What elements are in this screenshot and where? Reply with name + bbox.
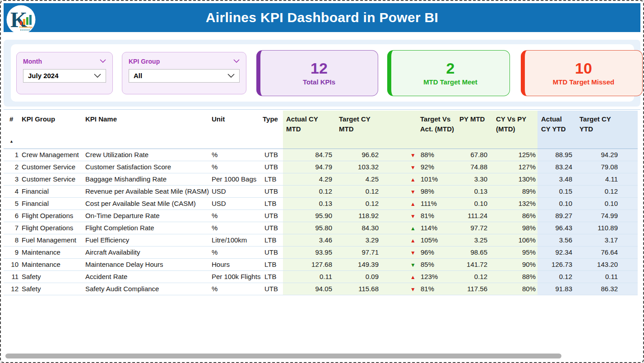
target-vs-act-mtd-cell: ▼98% bbox=[382, 185, 455, 197]
actual-cy-mtd-cell: 3.46 bbox=[283, 234, 336, 246]
column-header-index[interactable]: # ▲ bbox=[4, 111, 20, 149]
trend-down-icon: ▼ bbox=[410, 213, 417, 219]
table-row[interactable]: 5FinancialCost per Available Seat Mile (… bbox=[4, 197, 638, 209]
trend-up-icon: ▲ bbox=[410, 177, 417, 183]
actual-cy-mtd-cell: 93.95 bbox=[283, 246, 336, 258]
horizontal-scrollbar[interactable] bbox=[5, 354, 561, 358]
type-cell: LTB bbox=[263, 258, 283, 270]
chevron-down-icon[interactable] bbox=[233, 59, 240, 63]
row-number-cell: 5 bbox=[4, 197, 20, 209]
column-header-kpi-group[interactable]: KPI Group bbox=[20, 111, 83, 149]
table-row[interactable]: 11SafetyAccident RatePer 100k FlightsLTB… bbox=[4, 270, 638, 283]
actual-cy-ytd-cell: 0.12 bbox=[537, 270, 576, 283]
trend-up-icon: ▲ bbox=[410, 201, 417, 207]
target-vs-act-mtd-cell: ▼81% bbox=[382, 209, 455, 222]
table-row[interactable]: 4FinancialRevenue per Available Seat Mil… bbox=[4, 185, 638, 197]
actual-cy-mtd-cell: 94.79 bbox=[283, 161, 336, 173]
target-vs-act-value: 81% bbox=[421, 212, 434, 219]
target-vs-act-value: 101% bbox=[421, 175, 438, 183]
kpi-name-cell: Baggage Mishandling Rate bbox=[83, 173, 210, 185]
unit-cell: Hours bbox=[210, 258, 263, 270]
mtd-target-meet-card: 2 MTD Target Meet bbox=[387, 50, 510, 96]
type-cell: LTB bbox=[263, 197, 283, 209]
type-cell: UTB bbox=[263, 246, 283, 258]
kpi-group-cell: Safety bbox=[20, 270, 83, 283]
unit-cell: % bbox=[210, 283, 263, 295]
actual-cy-ytd-cell: 0.15 bbox=[537, 185, 576, 197]
row-number-cell: 8 bbox=[4, 234, 20, 246]
column-header-type[interactable]: Type bbox=[263, 111, 283, 149]
column-header-cy-vs-py-mtd[interactable]: CY Vs PY (MTD) bbox=[491, 111, 537, 149]
kpi-group-filter-card: KPI Group All bbox=[122, 52, 246, 94]
kpi-group-select[interactable]: All bbox=[129, 69, 240, 83]
column-header-unit[interactable]: Unit bbox=[210, 111, 263, 149]
kpi-group-cell: Maintenance bbox=[20, 246, 83, 258]
kpi-group-cell: Customer Service bbox=[20, 161, 83, 173]
target-cy-ytd-cell: 76.64 bbox=[576, 246, 638, 258]
target-cy-ytd-cell: 86.32 bbox=[576, 283, 638, 295]
actual-cy-mtd-cell: 95.90 bbox=[283, 209, 336, 222]
column-header-target-vs-act-mtd[interactable]: Target Vs Act. (MTD) bbox=[382, 111, 455, 149]
target-cy-mtd-cell: 96.62 bbox=[336, 149, 382, 161]
table-row[interactable]: 7Flight OperationsFlight Completion Rate… bbox=[4, 222, 638, 234]
target-vs-act-value: 105% bbox=[421, 236, 438, 244]
cy-vs-py-mtd-cell: 98% bbox=[491, 222, 537, 234]
dashboard-frame: K Knowledge ★★★★★ Airlines KPI Dashboard… bbox=[0, 0, 644, 363]
py-mtd-cell: 111.24 bbox=[455, 209, 491, 222]
trend-down-icon: ▼ bbox=[410, 152, 417, 158]
cy-vs-py-mtd-cell: 106% bbox=[491, 234, 537, 246]
type-cell: LTB bbox=[263, 234, 283, 246]
table-row[interactable]: 3Customer ServiceBaggage Mishandling Rat… bbox=[4, 173, 638, 185]
py-mtd-cell: 0.10 bbox=[455, 197, 491, 209]
month-filter-label: Month bbox=[23, 58, 42, 65]
py-mtd-cell: 0.12 bbox=[455, 270, 491, 283]
py-mtd-cell: 67.80 bbox=[455, 149, 491, 161]
target-cy-mtd-cell: 0.12 bbox=[336, 185, 382, 197]
table-row[interactable]: 10MaintenanceMaintenance Delay HoursHour… bbox=[4, 258, 638, 270]
py-mtd-cell: 98.65 bbox=[455, 246, 491, 258]
kpi-group-cell: Financial bbox=[20, 185, 83, 197]
actual-cy-ytd-cell: 92.34 bbox=[537, 246, 576, 258]
kpi-table-container: # ▲ KPI Group KPI Name Unit Type Actual … bbox=[4, 109, 640, 295]
column-header-py-mtd[interactable]: PY MTD bbox=[455, 111, 491, 149]
mtd-target-missed-card: 10 MTD Target Missed bbox=[521, 50, 643, 96]
kpi-group-cell: Flight Operations bbox=[20, 222, 83, 234]
target-cy-ytd-cell: 94.29 bbox=[576, 149, 638, 161]
table-row[interactable]: 8Fuel ManagementFuel EfficiencyLitre/100… bbox=[4, 234, 638, 246]
table-row[interactable]: 6Flight OperationsOn-Time Departure Rate… bbox=[4, 209, 638, 222]
chevron-down-icon[interactable] bbox=[100, 59, 106, 63]
target-cy-mtd-cell: 97.71 bbox=[336, 246, 382, 258]
actual-cy-ytd-cell: 126.73 bbox=[537, 258, 576, 270]
kpi-group-cell: Fuel Management bbox=[20, 234, 83, 246]
column-header-target-cy-mtd[interactable]: Target CY MTD bbox=[336, 111, 382, 149]
table-row[interactable]: 2Customer ServiceCustomer Satisfaction S… bbox=[4, 161, 638, 173]
row-number-cell: 11 bbox=[4, 270, 20, 283]
trend-up-icon: ▲ bbox=[410, 237, 417, 244]
kpi-name-cell: Accident Rate bbox=[83, 270, 210, 283]
target-cy-ytd-cell: 0.10 bbox=[576, 197, 638, 209]
py-mtd-cell: 97.72 bbox=[455, 222, 491, 234]
target-cy-mtd-cell: 0.12 bbox=[336, 197, 382, 209]
filter-panel: Month July 2024 KPI Group All bbox=[4, 40, 640, 107]
table-row[interactable]: 1Crew ManagementCrew Utilization Rate%UT… bbox=[4, 149, 638, 161]
svg-text:★★★★★: ★★★★★ bbox=[20, 28, 30, 31]
table-row[interactable]: 12SafetySafety Audit Compliance%UTB94.05… bbox=[4, 283, 638, 295]
target-cy-mtd-cell: 0.09 bbox=[336, 270, 382, 283]
column-header-target-cy-ytd[interactable]: Target CY YTD bbox=[576, 111, 638, 149]
chevron-down-icon bbox=[94, 74, 101, 78]
actual-cy-ytd-cell: 0.10 bbox=[537, 197, 576, 209]
actual-cy-ytd-cell: 3.56 bbox=[537, 234, 576, 246]
month-select[interactable]: July 2024 bbox=[23, 69, 106, 83]
target-cy-ytd-cell: 74.99 bbox=[576, 209, 638, 222]
column-header-actual-cy-mtd[interactable]: Actual CY MTD bbox=[283, 111, 336, 149]
table-row[interactable]: 9MaintenanceAircraft Availability%UTB93.… bbox=[4, 246, 638, 258]
column-header-actual-cy-ytd[interactable]: Actual CY YTD bbox=[537, 111, 576, 149]
target-vs-act-mtd-cell: ▲111% bbox=[382, 197, 455, 209]
target-vs-act-mtd-cell: ▼92% bbox=[382, 161, 455, 173]
target-cy-mtd-cell: 3.29 bbox=[336, 234, 382, 246]
target-cy-mtd-cell: 84.30 bbox=[336, 222, 382, 234]
trend-down-icon: ▼ bbox=[410, 189, 417, 195]
kpi-group-cell: Safety bbox=[20, 283, 83, 295]
actual-cy-mtd-cell: 94.05 bbox=[283, 283, 336, 295]
column-header-kpi-name[interactable]: KPI Name bbox=[83, 111, 210, 149]
